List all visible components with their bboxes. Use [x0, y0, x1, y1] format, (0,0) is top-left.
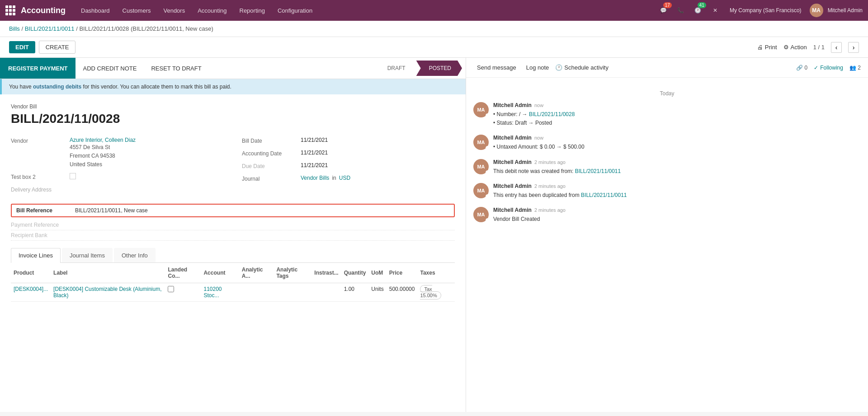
journal-label: Journal	[242, 175, 301, 182]
chatter-right-actions: 🔗 0 ✓ Following 👥 2	[796, 65, 861, 71]
chatter-message-5: MA ✈ Mitchell Admin 2 minutes ago Vendor…	[473, 207, 861, 224]
tab-invoice-lines[interactable]: Invoice Lines	[11, 248, 61, 263]
create-button[interactable]: CREATE	[39, 41, 76, 54]
pagination-next[interactable]: ›	[848, 42, 859, 53]
menu-reporting[interactable]: Reporting	[233, 0, 271, 21]
test-box-field-row: Test box 2	[11, 171, 224, 184]
company-name: My Company (San Francisco)	[726, 7, 805, 14]
bill-link-1[interactable]: BILL/2021/11/0028	[529, 111, 575, 117]
action-dropdown[interactable]: ⚙ Action	[783, 44, 807, 51]
menu-configuration[interactable]: Configuration	[271, 0, 319, 21]
avatar-4: MA ✈	[473, 183, 489, 198]
notifications-badge: 17	[663, 2, 672, 8]
test-box-2-checkbox[interactable]	[70, 173, 76, 179]
send-message-button[interactable]: Send message	[473, 62, 520, 73]
register-payment-button[interactable]: REGISTER PAYMENT	[0, 58, 75, 79]
landed-cost-checkbox[interactable]	[168, 286, 174, 292]
vendor-address-1: 4557 De Silva St	[70, 143, 136, 152]
cell-price[interactable]: 500.00000	[387, 283, 418, 301]
chatter-author-1: Mitchell Admin	[493, 102, 532, 108]
cell-product[interactable]: [DESK0004]...	[14, 286, 48, 292]
journal-currency[interactable]: USD	[339, 175, 350, 181]
bill-link-2[interactable]: BILL/2021/11/0011	[575, 168, 621, 174]
doc-type-label: Vendor Bill	[11, 103, 455, 110]
menu-dashboard[interactable]: Dashboard	[75, 0, 116, 21]
col-intrastat: Instrast...	[311, 263, 341, 283]
top-navigation: Accounting Dashboard Customers Vendors A…	[0, 0, 868, 21]
cell-taxes[interactable]: Tax 15.00%	[420, 285, 441, 299]
chatter-list-item: Status: Draft → Posted	[493, 119, 861, 127]
schedule-activity-button[interactable]: 🕐 Schedule activity	[555, 64, 609, 71]
menu-customers[interactable]: Customers	[116, 0, 157, 21]
brand-logo[interactable]: Accounting	[5, 5, 66, 15]
pagination-info: 1 / 1	[813, 44, 825, 51]
user-name: Mitchell Admin	[828, 7, 863, 14]
chatter-author-3: Mitchell Admin	[493, 159, 532, 165]
add-credit-note-button[interactable]: ADD CREDIT NOTE	[75, 58, 144, 79]
bill-date-label: Bill Date	[242, 137, 301, 144]
col-label: Label	[51, 263, 165, 283]
grid-icon	[5, 5, 15, 15]
step-draft: DRAFT	[377, 61, 416, 76]
menu-accounting[interactable]: Accounting	[191, 0, 233, 21]
activity-badge: 41	[698, 2, 706, 8]
avatar-3: MA ✈	[473, 159, 489, 174]
chatter-msg-header-4: Mitchell Admin 2 minutes ago	[493, 183, 861, 189]
close-button[interactable]: ✕	[709, 4, 722, 17]
tab-journal-items[interactable]: Journal Items	[62, 248, 113, 262]
cell-landed-cost	[165, 283, 201, 301]
chatter-msg-body-1: Mitchell Admin now Number: / → BILL/2021…	[493, 102, 861, 127]
user-avatar[interactable]: MA	[810, 4, 823, 17]
breadcrumb-bills[interactable]: Bills	[9, 25, 20, 32]
chatter-msg-body-2: Mitchell Admin now Untaxed Amount: $ 0.0…	[493, 135, 861, 151]
notifications-button[interactable]: 💬 17	[657, 4, 670, 17]
cell-account[interactable]: 110200 Stoc...	[203, 286, 222, 299]
activity-button[interactable]: 🕐 41	[692, 4, 704, 17]
plane-icon-2: ✈	[486, 146, 490, 151]
test-box-label: Test box 2	[11, 173, 70, 180]
payment-reference-field[interactable]: Payment Reference	[11, 220, 455, 230]
due-date-value[interactable]: 11/21/2021	[301, 162, 328, 168]
bill-link-3[interactable]: BILL/2021/11/0011	[581, 192, 627, 198]
bill-date-field-row: Bill Date 11/21/2021	[242, 135, 455, 148]
chatter-list-item: Number: / → BILL/2021/11/0028	[493, 110, 861, 119]
print-button[interactable]: 🖨 Print	[757, 44, 777, 51]
breadcrumb-separator-1: /	[21, 25, 24, 32]
cell-intrastat	[311, 283, 341, 301]
clock-schedule-icon: 🕐	[555, 64, 562, 71]
reset-to-draft-button[interactable]: RESET TO DRAFT	[144, 58, 208, 79]
breadcrumb-bill-0011[interactable]: BILL/2021/11/0011	[25, 25, 75, 32]
recipient-bank-field[interactable]: Recipient Bank	[11, 230, 455, 241]
chatter-time-2: now	[534, 135, 543, 140]
edit-button[interactable]: EDIT	[9, 41, 35, 53]
chatter-author-4: Mitchell Admin	[493, 183, 532, 189]
menu-vendors[interactable]: Vendors	[157, 0, 191, 21]
accounting-date-field-row: Accounting Date 11/21/2021	[242, 148, 455, 160]
following-button[interactable]: ✓ Following	[814, 65, 843, 71]
chatter-panel: Send message Log note 🕐 Schedule activit…	[466, 58, 868, 412]
plane-icon-1: ✈	[486, 113, 490, 118]
close-icon: ✕	[713, 7, 717, 14]
bill-date-value[interactable]: 11/21/2021	[301, 137, 328, 143]
pagination-prev[interactable]: ‹	[831, 42, 842, 53]
journal-value[interactable]: Vendor Bills	[301, 175, 329, 181]
members-count[interactable]: 👥 2	[849, 65, 861, 71]
chatter-msg-content-5: Vendor Bill Created	[493, 215, 861, 224]
table-row[interactable]: [DESK0004]... [DESK0004] Customizable De…	[11, 283, 455, 301]
vendor-address-2: Fremont CA 94538	[70, 152, 136, 160]
phone-button[interactable]: 📞	[675, 4, 687, 17]
delivery-address-field-row: Delivery Address	[11, 184, 224, 196]
chatter-message-2: MA ✈ Mitchell Admin now Untaxed Amount: …	[473, 135, 861, 151]
chatter-message-3: MA ✈ Mitchell Admin 2 minutes ago This d…	[473, 159, 861, 176]
vendor-name[interactable]: Azure Interior, Colleen Diaz	[70, 137, 136, 143]
bill-reference-value[interactable]: BILL/2021/11/0011, New case	[75, 207, 148, 214]
cell-uom[interactable]: Units	[368, 283, 386, 301]
tab-other-info[interactable]: Other Info	[114, 248, 156, 262]
accounting-date-value[interactable]: 11/21/2021	[301, 150, 328, 156]
print-icon: 🖨	[757, 44, 763, 51]
chatter-msg-header-5: Mitchell Admin 2 minutes ago	[493, 207, 861, 213]
cell-quantity[interactable]: 1.00	[341, 283, 369, 301]
vendor-address-3: United States	[70, 160, 136, 169]
gear-icon: ⚙	[783, 44, 789, 51]
log-note-button[interactable]: Log note	[523, 62, 553, 73]
